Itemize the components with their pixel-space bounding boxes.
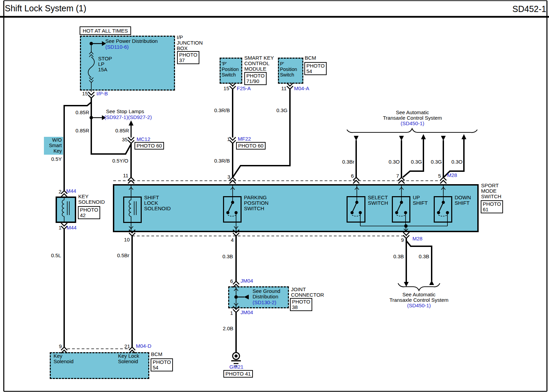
down-shift-label: DOWN SHIFT <box>455 195 471 206</box>
pin-number: 15 <box>82 91 88 96</box>
arrowhead-icon <box>399 136 404 141</box>
wire-label: 0.85R <box>75 110 89 115</box>
transaxle-ref-line2: Transaxle Control System <box>383 115 442 121</box>
select-switch-label: SELECT SWITCH <box>368 195 388 206</box>
wire-label: 0.3O <box>388 159 400 165</box>
transaxle-ref-line1: See Automatic <box>396 110 429 115</box>
connector-name[interactable]: M28 <box>412 236 422 241</box>
connector-f25a-icon <box>230 83 236 89</box>
wire-label: 0.3R/B <box>214 158 230 164</box>
ground-name[interactable]: GM21 <box>230 364 244 370</box>
brace-bottom <box>398 283 440 290</box>
pin-number: 3 <box>227 174 230 180</box>
connector-name[interactable]: I/P-B <box>96 91 108 96</box>
connector-mf22-icon <box>230 137 236 143</box>
pin-number: 4 <box>231 237 234 243</box>
parking-position-switch-label: PARKING POSITION SWITCH <box>244 195 269 211</box>
pin-number: 9 <box>59 344 62 349</box>
up-shift-switch-symbol-box <box>392 196 410 223</box>
shift-lock-solenoid-label: SHIFT LOCK SOLENOID <box>144 195 171 211</box>
ip-junction-box-label: I/P JUNCTION BOX <box>177 35 203 51</box>
brace-top <box>347 129 477 132</box>
key-solenoid-box <box>56 197 76 223</box>
connector-name[interactable]: M44 <box>66 188 76 194</box>
ground-ring <box>233 353 240 359</box>
pin-number: 15 <box>223 86 229 91</box>
connector-pin11-icon <box>128 177 134 183</box>
photo-ref-41: PHOTO 41 <box>223 370 253 378</box>
wire-label: 0.85R <box>115 128 129 133</box>
wire-label: 0.5Br <box>117 253 129 258</box>
wire-label: 0.3R/B <box>214 108 230 113</box>
pin-number: 35 <box>122 137 128 142</box>
arrowhead-icon <box>429 280 434 285</box>
see-power-distribution-link[interactable]: (SD110-6) <box>105 44 129 50</box>
wire-label: 0.5Y <box>51 156 62 162</box>
pin-number: 11 <box>123 173 128 178</box>
connector-pin6-icon <box>353 177 359 183</box>
key-lock-solenoid-item-label: Key Lock Solenoid <box>118 353 139 364</box>
junction-dot <box>90 116 93 119</box>
connector-ipb-icon <box>88 92 94 98</box>
ground-dot <box>235 355 238 358</box>
connector-mc12-icon <box>128 137 134 143</box>
connector-name[interactable]: MF22 <box>238 136 251 142</box>
wire-transaxle-pin7-up <box>403 139 423 177</box>
see-ground-distribution-link[interactable]: (SD130-2) <box>253 300 276 305</box>
smart-key-p-switch-label: 'P' Position Switch <box>222 61 239 78</box>
arrowhead-icon <box>354 136 359 141</box>
connector-name[interactable]: M28 <box>447 173 457 178</box>
wire-label: 0.85R <box>75 128 89 133</box>
connector-name[interactable]: JM04 <box>241 278 253 284</box>
transaxle-ref-link[interactable]: (SD450-1) <box>400 121 424 126</box>
arrowhead-icon <box>129 120 133 126</box>
connector-m04a-icon <box>287 83 293 89</box>
photo-ref-54: PHOTO 54 <box>304 62 327 75</box>
shift-lock-solenoid-symbol-box <box>123 197 142 223</box>
transaxle-ref-line1: See Automatic <box>402 292 436 297</box>
see-stop-lamps-link[interactable]: (SD927-1)(SD927-2) <box>104 115 152 120</box>
fuse-label: STOP LP 15A <box>98 56 112 72</box>
transaxle-ref-link[interactable]: (SD450-1) <box>407 303 431 308</box>
pin-number: 9 <box>401 237 404 243</box>
wire-label: 0.5L <box>51 253 61 258</box>
pin-number: 7 <box>396 173 399 179</box>
wiring-diagram-page: Shift Lock System (1) SD452-1 HOT AT ALL… <box>0 0 549 392</box>
wire-label: 0.3B <box>222 254 233 259</box>
connector-name[interactable]: MC12 <box>137 136 150 142</box>
wire-label: 0.3O <box>451 159 463 165</box>
wire-label: 0.3B <box>419 254 429 259</box>
connector-name[interactable]: M04-A <box>294 86 309 91</box>
select-switch-symbol-box <box>347 196 365 223</box>
see-ground-distribution-text: See Ground Distribution <box>253 288 280 299</box>
joint-connector-label: JOINT CONNECTOR <box>291 287 324 298</box>
pin-number: 2 <box>59 189 61 194</box>
sport-mode-switch-label: SPORT MODE SWITCH <box>481 183 501 199</box>
smart-key-module-label: SMART KEY CONTROL MODULE <box>244 55 274 72</box>
connector-name[interactable]: M44 <box>67 225 77 230</box>
wire-label: 0.3G <box>276 108 288 113</box>
connector-name[interactable]: JM04 <box>241 310 253 315</box>
wire-label: 0.5Y/O <box>112 158 128 164</box>
see-stop-lamps-text: See Stop Lamps <box>106 109 144 114</box>
connector-name[interactable]: F25-A <box>237 86 251 91</box>
photo-ref-60: PHOTO 60 <box>236 142 266 150</box>
wo-smart-key-label: W/O Smart Key <box>49 137 62 154</box>
up-shift-label: UP SHIFT <box>413 195 428 206</box>
page-title: Shift Lock System (1) <box>5 3 86 13</box>
wire-m04a-to-pin3 <box>233 89 290 177</box>
arrowhead-icon <box>462 134 466 139</box>
wire-label: 2.0B <box>223 326 233 331</box>
pin-number: 1 <box>230 310 233 316</box>
wire-label: 0.3B <box>393 254 404 259</box>
pin-number: 5 <box>438 173 441 179</box>
photo-ref-60: PHOTO 60 <box>135 142 164 150</box>
connector-pin5-icon <box>440 177 446 183</box>
photo-ref-38: PHOTO 38 <box>290 298 312 311</box>
photo-ref-42: PHOTO 42 <box>78 206 100 219</box>
wire-label: 0.3Br <box>342 159 354 165</box>
connector-name[interactable]: M04-D <box>136 343 151 349</box>
down-shift-switch-symbol-box <box>434 196 452 223</box>
wire-branch-key-solenoid <box>64 102 91 191</box>
pin-number: 6 <box>351 173 354 179</box>
